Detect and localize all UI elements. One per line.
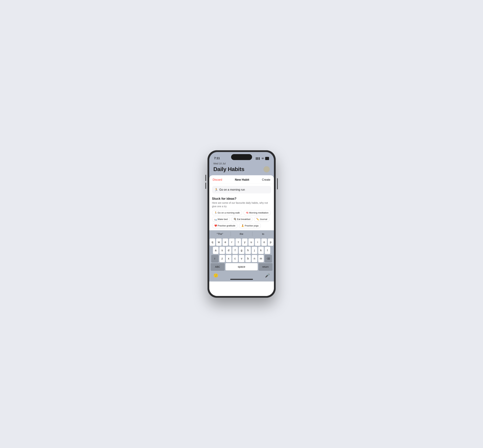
chips-row-3: ❤️ Practise gratitude 🧘 Practise yoga: [212, 223, 271, 228]
bottom-area: 🙂 🎤: [209, 272, 274, 281]
key-g[interactable]: g: [239, 247, 244, 254]
status-icons: ▌▌▌ 50: [256, 157, 269, 160]
key-d[interactable]: d: [226, 247, 231, 254]
keyboard: q w e r t y u i o p a s d f g: [209, 237, 274, 272]
key-f[interactable]: f: [232, 247, 238, 254]
key-m[interactable]: m: [258, 255, 264, 262]
bottom-icons: 🙂 🎤: [209, 272, 274, 278]
theme-toggle-icon[interactable]: [263, 166, 270, 172]
habit-input-container[interactable]: 🏃 Go on a morning run: [212, 186, 271, 193]
power-button[interactable]: [277, 178, 278, 189]
return-key[interactable]: return: [259, 263, 272, 271]
status-time: 7:11: [214, 157, 220, 160]
svg-point-0: [264, 166, 270, 172]
date-label: Wed 10 Jul: [213, 162, 270, 165]
keyboard-row-1: q w e r t y u i o p: [210, 239, 273, 246]
key-t[interactable]: t: [236, 239, 241, 246]
modal-title: New Habit: [235, 178, 249, 182]
app-header: Wed 10 Jul Daily Habits: [209, 161, 274, 175]
key-s[interactable]: s: [219, 247, 225, 254]
modal-sheet: Discard New Habit Create 🏃 Go on a morni…: [209, 175, 274, 296]
app-title: Daily Habits: [213, 166, 244, 172]
chip-make-bed[interactable]: 🛏️ Make bed: [212, 217, 230, 222]
modal-header: Discard New Habit Create: [209, 175, 274, 184]
key-k[interactable]: k: [258, 247, 264, 254]
dynamic-island: [231, 154, 252, 160]
emoji-keyboard-icon[interactable]: 🙂: [213, 273, 218, 278]
abc-key[interactable]: ABC: [211, 263, 225, 271]
key-e[interactable]: e: [222, 239, 228, 246]
shift-key[interactable]: ⇧: [211, 255, 219, 262]
delete-key[interactable]: ⌫: [265, 255, 272, 262]
key-w[interactable]: w: [216, 239, 222, 246]
key-l[interactable]: l: [265, 247, 270, 254]
phone-frame: 7:11 ▌▌▌ 50 Wed 10 Jul Daily Habits: [207, 150, 276, 298]
chip-gratitude[interactable]: ❤️ Practise gratitude: [212, 223, 238, 228]
key-n[interactable]: n: [252, 255, 257, 262]
chip-morning-walk[interactable]: 🏃 Go on a morning walk: [212, 210, 242, 215]
chips-section: 🏃 Go on a morning walk 🧠 Morning meditat…: [212, 210, 271, 228]
key-r[interactable]: r: [229, 239, 235, 246]
key-h[interactable]: h: [245, 247, 251, 254]
wifi-icon: [261, 157, 264, 160]
ideas-subtitle: Here are some of our favourite daily hab…: [212, 201, 271, 208]
suggestion-the[interactable]: the: [231, 232, 253, 236]
ideas-section: Stuck for ideas? Here are some of our fa…: [209, 196, 274, 230]
phone-screen: 7:11 ▌▌▌ 50 Wed 10 Jul Daily Habits: [209, 152, 274, 296]
home-indicator: [230, 279, 253, 280]
key-b[interactable]: b: [245, 255, 251, 262]
key-i[interactable]: i: [255, 239, 261, 246]
battery-icon: 50: [265, 157, 269, 160]
key-u[interactable]: u: [248, 239, 254, 246]
space-key[interactable]: space: [226, 263, 258, 271]
ideas-heading: Stuck for ideas?: [212, 197, 271, 200]
key-a[interactable]: a: [213, 247, 219, 254]
input-emoji: 🏃: [214, 188, 218, 191]
key-p[interactable]: p: [268, 239, 273, 246]
keyboard-row-2: a s d f g h j k l: [210, 247, 273, 254]
keyboard-suggestions: "The" the to: [209, 230, 274, 237]
key-z[interactable]: z: [219, 255, 225, 262]
suggestion-the-quoted[interactable]: "The": [209, 232, 231, 236]
key-c[interactable]: c: [232, 255, 238, 262]
mic-icon[interactable]: 🎤: [265, 273, 270, 278]
app-title-row: Daily Habits: [213, 166, 270, 172]
key-x[interactable]: x: [226, 255, 231, 262]
key-y[interactable]: y: [242, 239, 247, 246]
chip-yoga[interactable]: 🧘 Practise yoga: [239, 223, 261, 228]
volume-up-button[interactable]: [205, 175, 206, 181]
signal-icon: ▌▌▌: [256, 157, 261, 160]
key-o[interactable]: o: [261, 239, 267, 246]
volume-down-button[interactable]: [205, 183, 206, 189]
habit-input[interactable]: Go on a morning run: [219, 188, 269, 191]
suggestion-to[interactable]: to: [253, 232, 274, 236]
key-q[interactable]: q: [210, 239, 215, 246]
key-j[interactable]: j: [252, 247, 257, 254]
chips-row-1: 🏃 Go on a morning walk 🧠 Morning meditat…: [212, 210, 271, 215]
keyboard-row-3: ⇧ z x c v b n m ⌫: [210, 255, 273, 262]
key-v[interactable]: v: [239, 255, 244, 262]
discard-button[interactable]: Discard: [213, 178, 222, 181]
chip-breakfast[interactable]: 🍳 Eat breakfast: [231, 217, 253, 222]
chip-meditation[interactable]: 🧠 Morning meditation: [244, 210, 271, 215]
keyboard-bottom-row: ABC space return: [210, 263, 273, 271]
chip-journal[interactable]: ✏️ Journal: [254, 217, 269, 222]
chips-row-2: 🛏️ Make bed 🍳 Eat breakfast ✏️ Journal: [212, 217, 271, 222]
create-button[interactable]: Create: [262, 178, 270, 181]
